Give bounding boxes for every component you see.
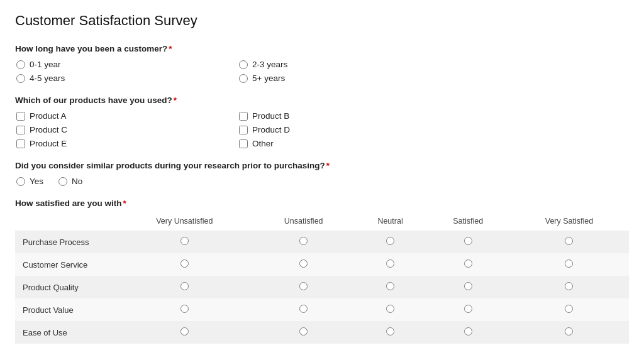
radio-purchase-very-unsatisfied[interactable] <box>180 237 189 245</box>
col-header-very-satisfied: Very Satisfied <box>509 214 629 231</box>
duration-option-2-3years[interactable]: 2-3 years <box>239 60 455 69</box>
page-title: Customer Satisfaction Survey <box>15 13 629 29</box>
col-header-very-unsatisfied: Very Unsatisfied <box>116 214 253 231</box>
product-option-other[interactable]: Other <box>239 139 455 148</box>
radio-value-unsatisfied[interactable] <box>299 305 308 313</box>
question-duration-label: How long have you been a customer?* <box>15 44 629 53</box>
radio-service-very-satisfied[interactable] <box>565 259 573 268</box>
radio-quality-neutral[interactable] <box>386 282 394 290</box>
similar-option-no[interactable]: No <box>58 177 82 186</box>
cell-purchase-very-satisfied[interactable] <box>509 231 629 253</box>
duration-option-5plus[interactable]: 5+ years <box>239 74 455 83</box>
duration-radio-2-3years[interactable] <box>239 60 248 69</box>
table-row: Product Quality <box>15 276 629 298</box>
radio-ease-neutral[interactable] <box>386 327 394 335</box>
row-label-ease-of-use: Ease of Use <box>15 321 116 344</box>
radio-service-very-unsatisfied[interactable] <box>180 259 189 268</box>
radio-purchase-neutral[interactable] <box>386 237 394 245</box>
similar-radio-yes[interactable] <box>16 177 25 186</box>
radio-service-neutral[interactable] <box>386 259 394 268</box>
satisfaction-table: Very Unsatisfied Unsatisfied Neutral Sat… <box>15 214 629 344</box>
cell-purchase-satisfied[interactable] <box>426 231 509 253</box>
section-considered-similar: Did you consider similar products during… <box>15 161 629 186</box>
col-header-row-label <box>15 214 116 231</box>
radio-value-neutral[interactable] <box>386 305 394 313</box>
duration-option-0-1year[interactable]: 0-1 year <box>16 60 233 69</box>
row-label-customer-service: Customer Service <box>15 253 116 276</box>
product-checkbox-a[interactable] <box>16 112 25 121</box>
product-option-d[interactable]: Product D <box>239 125 455 134</box>
radio-value-very-satisfied[interactable] <box>565 305 573 313</box>
question-satisfaction-label: How satisfied are you with* <box>15 199 629 208</box>
radio-ease-unsatisfied[interactable] <box>299 327 308 335</box>
question-products-label: Which of our products have you used?* <box>15 95 629 105</box>
section-satisfaction: How satisfied are you with* Very Unsatis… <box>15 199 629 344</box>
table-row: Purchase Process <box>15 231 629 253</box>
duration-radio-0-1year[interactable] <box>16 60 25 69</box>
table-row: Ease of Use <box>15 321 629 344</box>
product-checkbox-c[interactable] <box>16 126 25 134</box>
product-option-c[interactable]: Product C <box>16 125 233 134</box>
product-option-e[interactable]: Product E <box>16 139 233 148</box>
duration-option-4-5years[interactable]: 4-5 years <box>16 74 233 83</box>
section-products-used: Which of our products have you used?* Pr… <box>15 95 629 148</box>
radio-quality-very-satisfied[interactable] <box>565 282 573 290</box>
duration-radio-4-5years[interactable] <box>16 74 25 83</box>
product-checkbox-e[interactable] <box>16 139 25 148</box>
col-header-neutral: Neutral <box>354 214 427 231</box>
radio-ease-very-unsatisfied[interactable] <box>180 327 189 335</box>
similar-radio-no[interactable] <box>58 177 67 186</box>
radio-ease-satisfied[interactable] <box>464 327 472 335</box>
row-label-purchase-process: Purchase Process <box>15 231 116 253</box>
radio-quality-satisfied[interactable] <box>464 282 472 290</box>
radio-ease-very-satisfied[interactable] <box>565 327 573 335</box>
radio-purchase-satisfied[interactable] <box>464 237 472 245</box>
cell-purchase-neutral[interactable] <box>354 231 427 253</box>
radio-purchase-very-satisfied[interactable] <box>565 237 573 245</box>
row-label-product-value: Product Value <box>15 298 116 321</box>
radio-service-unsatisfied[interactable] <box>299 259 308 268</box>
radio-service-satisfied[interactable] <box>464 259 472 268</box>
product-option-a[interactable]: Product A <box>16 111 233 121</box>
radio-purchase-unsatisfied[interactable] <box>299 237 308 245</box>
question-similar-label: Did you consider similar products during… <box>15 161 629 170</box>
product-option-b[interactable]: Product B <box>239 111 455 121</box>
similar-options: Yes No <box>15 177 629 186</box>
product-checkbox-d[interactable] <box>239 126 248 134</box>
table-row: Customer Service <box>15 253 629 276</box>
products-options: Product A Product B Product C Product D … <box>15 111 455 148</box>
section-customer-duration: How long have you been a customer?* 0-1 … <box>15 44 629 83</box>
row-label-product-quality: Product Quality <box>15 276 116 298</box>
table-row: Product Value <box>15 298 629 321</box>
col-header-satisfied: Satisfied <box>426 214 509 231</box>
col-header-unsatisfied: Unsatisfied <box>253 214 354 231</box>
duration-options: 0-1 year 2-3 years 4-5 years 5+ years <box>15 60 455 83</box>
satisfaction-header-row: Very Unsatisfied Unsatisfied Neutral Sat… <box>15 214 629 231</box>
duration-radio-5plus[interactable] <box>239 74 248 83</box>
radio-value-very-unsatisfied[interactable] <box>180 305 189 313</box>
radio-value-satisfied[interactable] <box>464 305 472 313</box>
product-checkbox-b[interactable] <box>239 112 248 121</box>
cell-purchase-very-unsatisfied[interactable] <box>116 231 253 253</box>
radio-quality-unsatisfied[interactable] <box>299 282 308 290</box>
product-checkbox-other[interactable] <box>239 139 248 148</box>
cell-purchase-unsatisfied[interactable] <box>253 231 354 253</box>
radio-quality-very-unsatisfied[interactable] <box>180 282 189 290</box>
similar-option-yes[interactable]: Yes <box>16 177 43 186</box>
